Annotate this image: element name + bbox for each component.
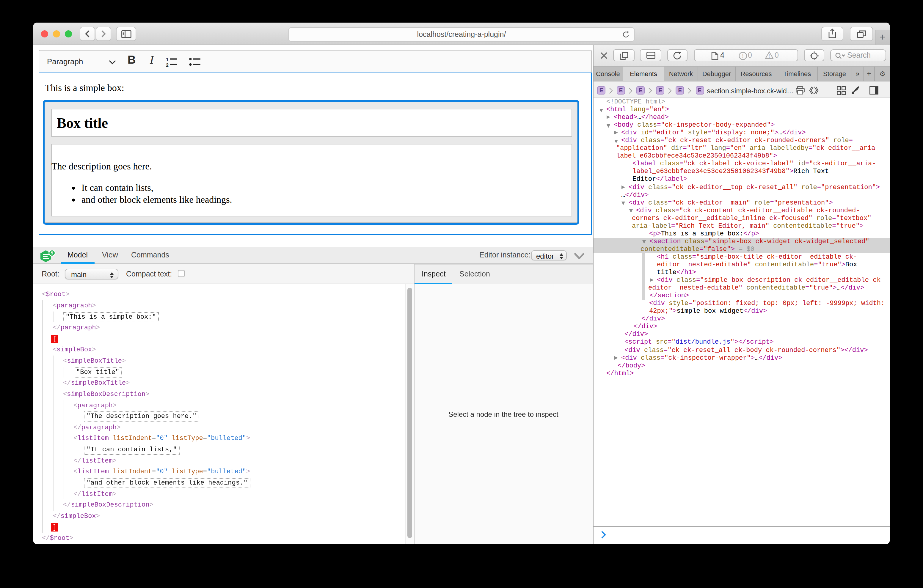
svg-text:!: ! <box>769 54 770 59</box>
svg-text:!: ! <box>742 53 743 59</box>
svg-text:1: 1 <box>166 57 168 62</box>
svg-text:2: 2 <box>166 62 168 67</box>
svg-text:5: 5 <box>51 251 53 255</box>
